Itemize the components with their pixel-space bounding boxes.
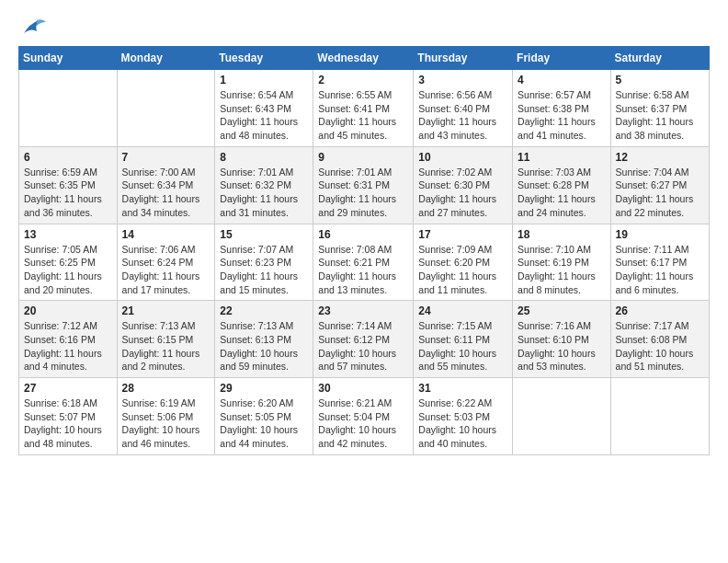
day-info: Sunrise: 7:02 AM Sunset: 6:30 PM Dayligh… — [418, 166, 507, 220]
calendar-cell: 10Sunrise: 7:02 AM Sunset: 6:30 PM Dayli… — [414, 146, 513, 224]
weekday-header-tuesday: Tuesday — [215, 47, 313, 70]
weekday-header-thursday: Thursday — [414, 47, 513, 70]
day-number: 14 — [122, 228, 210, 241]
calendar-cell: 26Sunrise: 7:17 AM Sunset: 6:08 PM Dayli… — [610, 301, 709, 378]
calendar-cell — [117, 70, 215, 147]
calendar-cell — [19, 70, 118, 147]
weekday-header-sunday: Sunday — [19, 47, 118, 70]
calendar-cell: 6Sunrise: 6:59 AM Sunset: 6:35 PM Daylig… — [19, 146, 118, 224]
day-info: Sunrise: 7:11 AM Sunset: 6:17 PM Dayligh… — [616, 243, 704, 297]
calendar-cell: 1Sunrise: 6:54 AM Sunset: 6:43 PM Daylig… — [215, 70, 313, 147]
week-row-1: 1Sunrise: 6:54 AM Sunset: 6:43 PM Daylig… — [19, 70, 710, 147]
day-number: 6 — [24, 151, 112, 164]
day-info: Sunrise: 6:21 AM Sunset: 5:04 PM Dayligh… — [318, 396, 408, 451]
day-info: Sunrise: 6:59 AM Sunset: 6:35 PM Dayligh… — [24, 166, 112, 220]
day-info: Sunrise: 7:09 AM Sunset: 6:20 PM Dayligh… — [418, 243, 507, 297]
calendar-cell: 23Sunrise: 7:14 AM Sunset: 6:12 PM Dayli… — [313, 301, 414, 378]
calendar-cell: 22Sunrise: 7:13 AM Sunset: 6:13 PM Dayli… — [215, 301, 313, 378]
weekday-header-friday: Friday — [513, 47, 611, 70]
day-info: Sunrise: 6:55 AM Sunset: 6:41 PM Dayligh… — [318, 88, 408, 143]
day-number: 10 — [418, 151, 507, 164]
calendar-cell: 5Sunrise: 6:58 AM Sunset: 6:37 PM Daylig… — [610, 70, 709, 147]
calendar-table: SundayMondayTuesdayWednesdayThursdayFrid… — [18, 46, 710, 455]
day-number: 18 — [518, 228, 606, 241]
day-number: 29 — [220, 382, 308, 395]
day-number: 19 — [616, 228, 704, 241]
day-number: 21 — [122, 304, 210, 317]
header — [18, 17, 710, 37]
day-number: 9 — [318, 151, 408, 164]
day-number: 4 — [518, 74, 606, 86]
day-number: 13 — [24, 228, 112, 241]
day-info: Sunrise: 6:54 AM Sunset: 6:43 PM Dayligh… — [220, 88, 308, 143]
calendar-cell: 4Sunrise: 6:57 AM Sunset: 6:38 PM Daylig… — [513, 70, 611, 147]
day-info: Sunrise: 7:10 AM Sunset: 6:19 PM Dayligh… — [518, 243, 606, 297]
calendar-cell: 2Sunrise: 6:55 AM Sunset: 6:41 PM Daylig… — [313, 70, 414, 147]
day-number: 22 — [220, 304, 308, 317]
day-info: Sunrise: 6:20 AM Sunset: 5:05 PM Dayligh… — [220, 396, 308, 451]
day-info: Sunrise: 7:06 AM Sunset: 6:24 PM Dayligh… — [122, 243, 210, 297]
day-info: Sunrise: 6:58 AM Sunset: 6:37 PM Dayligh… — [616, 88, 704, 143]
day-number: 3 — [418, 74, 507, 86]
logo-bird-icon — [20, 17, 46, 37]
calendar-cell: 21Sunrise: 7:13 AM Sunset: 6:15 PM Dayli… — [117, 301, 215, 378]
day-info: Sunrise: 7:07 AM Sunset: 6:23 PM Dayligh… — [220, 243, 308, 297]
calendar-cell: 15Sunrise: 7:07 AM Sunset: 6:23 PM Dayli… — [215, 224, 313, 301]
calendar-cell: 14Sunrise: 7:06 AM Sunset: 6:24 PM Dayli… — [117, 224, 215, 301]
calendar-cell: 16Sunrise: 7:08 AM Sunset: 6:21 PM Dayli… — [313, 224, 414, 301]
day-number: 30 — [318, 382, 408, 395]
day-info: Sunrise: 7:04 AM Sunset: 6:27 PM Dayligh… — [616, 166, 704, 220]
calendar-cell: 31Sunrise: 6:22 AM Sunset: 5:03 PM Dayli… — [414, 378, 513, 455]
weekday-header-monday: Monday — [117, 47, 215, 70]
day-number: 26 — [616, 304, 704, 317]
day-info: Sunrise: 7:12 AM Sunset: 6:16 PM Dayligh… — [24, 319, 112, 373]
day-number: 23 — [318, 304, 408, 317]
week-row-4: 20Sunrise: 7:12 AM Sunset: 6:16 PM Dayli… — [19, 301, 710, 378]
day-info: Sunrise: 7:16 AM Sunset: 6:10 PM Dayligh… — [518, 319, 606, 373]
day-info: Sunrise: 7:01 AM Sunset: 6:31 PM Dayligh… — [318, 166, 408, 220]
day-number: 31 — [418, 382, 507, 395]
calendar-cell: 18Sunrise: 7:10 AM Sunset: 6:19 PM Dayli… — [513, 224, 611, 301]
day-info: Sunrise: 7:08 AM Sunset: 6:21 PM Dayligh… — [318, 243, 408, 297]
day-info: Sunrise: 7:00 AM Sunset: 6:34 PM Dayligh… — [122, 166, 210, 220]
day-number: 11 — [518, 151, 606, 164]
day-info: Sunrise: 7:13 AM Sunset: 6:13 PM Dayligh… — [220, 319, 308, 373]
day-number: 7 — [122, 151, 210, 164]
calendar-cell: 8Sunrise: 7:01 AM Sunset: 6:32 PM Daylig… — [215, 146, 313, 224]
calendar-cell: 24Sunrise: 7:15 AM Sunset: 6:11 PM Dayli… — [414, 301, 513, 378]
day-info: Sunrise: 7:13 AM Sunset: 6:15 PM Dayligh… — [122, 319, 210, 373]
day-number: 15 — [220, 228, 308, 241]
day-number: 27 — [24, 382, 112, 395]
calendar-cell: 13Sunrise: 7:05 AM Sunset: 6:25 PM Dayli… — [19, 224, 118, 301]
weekday-header-row: SundayMondayTuesdayWednesdayThursdayFrid… — [19, 47, 710, 70]
page: SundayMondayTuesdayWednesdayThursdayFrid… — [0, 0, 728, 465]
day-number: 2 — [318, 74, 408, 86]
calendar-cell: 3Sunrise: 6:56 AM Sunset: 6:40 PM Daylig… — [414, 70, 513, 147]
day-info: Sunrise: 6:56 AM Sunset: 6:40 PM Dayligh… — [418, 88, 507, 143]
day-number: 5 — [616, 74, 704, 86]
week-row-3: 13Sunrise: 7:05 AM Sunset: 6:25 PM Dayli… — [19, 224, 710, 301]
calendar-cell: 11Sunrise: 7:03 AM Sunset: 6:28 PM Dayli… — [513, 146, 611, 224]
day-info: Sunrise: 7:03 AM Sunset: 6:28 PM Dayligh… — [518, 166, 606, 220]
day-number: 20 — [24, 304, 112, 317]
day-number: 16 — [318, 228, 408, 241]
calendar-cell: 17Sunrise: 7:09 AM Sunset: 6:20 PM Dayli… — [414, 224, 513, 301]
day-info: Sunrise: 7:01 AM Sunset: 6:32 PM Dayligh… — [220, 166, 308, 220]
calendar-cell: 12Sunrise: 7:04 AM Sunset: 6:27 PM Dayli… — [610, 146, 709, 224]
weekday-header-saturday: Saturday — [610, 47, 709, 70]
calendar-cell: 29Sunrise: 6:20 AM Sunset: 5:05 PM Dayli… — [215, 378, 313, 455]
day-number: 17 — [418, 228, 507, 241]
week-row-5: 27Sunrise: 6:18 AM Sunset: 5:07 PM Dayli… — [19, 378, 710, 455]
day-number: 1 — [220, 74, 308, 86]
day-info: Sunrise: 7:14 AM Sunset: 6:12 PM Dayligh… — [318, 319, 408, 373]
calendar-cell: 7Sunrise: 7:00 AM Sunset: 6:34 PM Daylig… — [117, 146, 215, 224]
day-info: Sunrise: 7:17 AM Sunset: 6:08 PM Dayligh… — [616, 319, 704, 373]
calendar-cell: 30Sunrise: 6:21 AM Sunset: 5:04 PM Dayli… — [313, 378, 414, 455]
calendar-cell — [610, 378, 709, 455]
day-info: Sunrise: 6:19 AM Sunset: 5:06 PM Dayligh… — [122, 396, 210, 451]
day-number: 28 — [122, 382, 210, 395]
day-info: Sunrise: 7:15 AM Sunset: 6:11 PM Dayligh… — [418, 319, 507, 373]
calendar-cell: 28Sunrise: 6:19 AM Sunset: 5:06 PM Dayli… — [117, 378, 215, 455]
day-number: 12 — [616, 151, 704, 164]
day-info: Sunrise: 6:18 AM Sunset: 5:07 PM Dayligh… — [24, 396, 112, 451]
